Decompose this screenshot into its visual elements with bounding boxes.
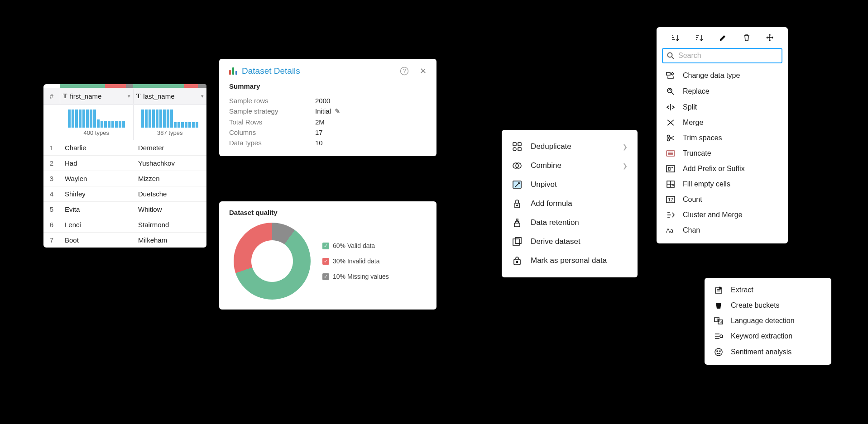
svg-point-18 [667, 139, 670, 141]
op-combine[interactable]: Combine ❯ [502, 156, 638, 175]
xf-prefix-suffix[interactable]: Add Prefix or Suffix [657, 161, 788, 176]
svg-rect-3 [518, 143, 521, 146]
svg-rect-10 [513, 239, 519, 245]
histogram-last-name [138, 108, 202, 128]
svg-rect-9 [514, 223, 520, 227]
sentiment-icon [714, 348, 724, 357]
operations-menu: Deduplicate ❯ Combine ❯ Unpivot Add form… [502, 130, 638, 277]
sort-desc-icon[interactable] [695, 33, 704, 43]
svg-text:?: ? [403, 68, 406, 74]
column-name: first_name [70, 92, 101, 100]
legend-valid[interactable]: ✓60% Valid data [322, 242, 389, 249]
xf-truncate[interactable]: Truncate [657, 146, 788, 161]
kv-total-rows: Total Rows2M [229, 117, 427, 127]
legend-missing[interactable]: ✓10% Missing values [322, 273, 389, 280]
xf-fill-empty[interactable]: Fill empty cells [657, 176, 788, 192]
search-icon [667, 52, 675, 60]
op-personal-data[interactable]: Mark as personal data [502, 251, 638, 270]
xf-replace[interactable]: Replace [657, 83, 788, 100]
dataset-quality-panel: Dataset quality ✓60% Valid data ✓30% Inv… [219, 201, 436, 310]
fly-keyword[interactable]: Keyword extraction [705, 329, 831, 344]
svg-rect-2 [513, 143, 516, 146]
data-table-panel: # T first_name ▾ T last_name ▾ 400 types… [43, 84, 206, 248]
sort-asc-icon[interactable] [671, 33, 680, 43]
chevron-right-icon: ❯ [623, 162, 628, 169]
table-row[interactable]: 1CharlieDemeter [43, 140, 206, 155]
svg-point-4 [513, 148, 516, 151]
types-count: 400 types [64, 129, 129, 136]
svg-text:文: 文 [716, 318, 719, 321]
count-icon: 12 [666, 196, 676, 203]
svg-rect-15 [667, 72, 670, 75]
xf-split[interactable]: Split [657, 100, 788, 115]
op-deduplicate[interactable]: Deduplicate ❯ [502, 137, 638, 156]
formula-icon [512, 199, 523, 209]
xf-change-type[interactable]: Change data type [657, 68, 788, 83]
extract-icon [714, 286, 724, 294]
chevron-down-icon[interactable]: ▾ [128, 93, 130, 99]
close-icon[interactable]: ✕ [420, 66, 427, 76]
svg-point-16 [667, 88, 672, 93]
merge-icon [666, 119, 676, 127]
edit-icon[interactable]: ✎ [335, 107, 340, 115]
move-icon[interactable] [766, 33, 774, 43]
fly-buckets[interactable]: Create buckets [705, 298, 831, 313]
column-name: last_name [143, 92, 174, 100]
unpivot-icon [512, 180, 523, 190]
table-row[interactable]: 7BootMilkeham [43, 232, 206, 248]
fly-sentiment[interactable]: Sentiment analysis [705, 344, 831, 360]
xf-cluster-merge[interactable]: Cluster and Merge [657, 207, 788, 223]
replace-icon [666, 87, 676, 96]
op-unpivot[interactable]: Unpivot [502, 175, 638, 194]
table-row[interactable]: 5EvitaWhitlow [43, 201, 206, 217]
chevron-down-icon[interactable]: ▾ [201, 93, 204, 99]
prefix-suffix-icon [666, 165, 676, 172]
split-icon [666, 103, 676, 111]
xf-merge[interactable]: Merge [657, 115, 788, 130]
fly-extract[interactable]: Extract [705, 282, 831, 298]
transform-search[interactable] [662, 48, 782, 63]
legend-invalid[interactable]: ✓30% Invalid data [322, 257, 389, 265]
table-row[interactable]: 3WaylenMizzen [43, 171, 206, 186]
svg-point-14 [668, 53, 672, 57]
panel-title: Dataset quality [229, 209, 427, 216]
fill-empty-icon [666, 180, 676, 188]
bars-logo-icon [229, 67, 237, 75]
op-derive-dataset[interactable]: Derive dataset [502, 232, 638, 251]
text-type-icon: T [136, 93, 140, 100]
types-count: 387 types [138, 129, 202, 136]
checkbox-icon: ✓ [322, 258, 329, 265]
help-icon[interactable]: ? [400, 67, 409, 76]
histogram-row: 400 types 387 types [43, 105, 206, 140]
op-data-retention[interactable]: Data retention [502, 213, 638, 232]
change-type-icon [666, 71, 676, 80]
xf-trim[interactable]: Trim spaces [657, 130, 788, 146]
delete-icon[interactable] [743, 33, 751, 43]
quality-donut-chart [234, 223, 311, 300]
table-row[interactable]: 4ShirleyDuetsche [43, 186, 206, 201]
table-row[interactable]: 2HadYushachkov [43, 155, 206, 171]
xf-change-partial[interactable]: AaChan [657, 223, 788, 238]
xf-count[interactable]: 12Count [657, 192, 788, 207]
column-header-first-name[interactable]: T first_name ▾ [60, 89, 133, 104]
table-row[interactable]: 6LenciStairmond [43, 217, 206, 232]
op-add-formula[interactable]: Add formula [502, 194, 638, 213]
combine-icon [512, 161, 523, 171]
quality-legend: ✓60% Valid data ✓30% Invalid data ✓10% M… [322, 242, 389, 280]
personal-data-icon [512, 256, 523, 266]
transform-panel: Change data type Replace Split Merge Tri… [657, 27, 788, 243]
kv-columns: Columns17 [229, 127, 427, 138]
svg-text:A: A [720, 320, 723, 324]
edit-icon[interactable] [719, 33, 727, 43]
column-header-last-name[interactable]: T last_name ▾ [133, 89, 206, 104]
dataset-details-panel: Dataset Details ? ✕ Summary Sample rows2… [219, 59, 436, 156]
truncate-icon [666, 150, 676, 157]
kv-data-types: Data types10 [229, 138, 427, 148]
svg-point-13 [517, 262, 518, 263]
fly-language[interactable]: 文ALanguage detection [705, 313, 831, 329]
search-input[interactable] [678, 52, 778, 60]
keyword-icon [714, 333, 724, 340]
bucket-icon [714, 301, 724, 310]
svg-text:12: 12 [668, 197, 673, 202]
checkbox-icon: ✓ [322, 243, 329, 249]
